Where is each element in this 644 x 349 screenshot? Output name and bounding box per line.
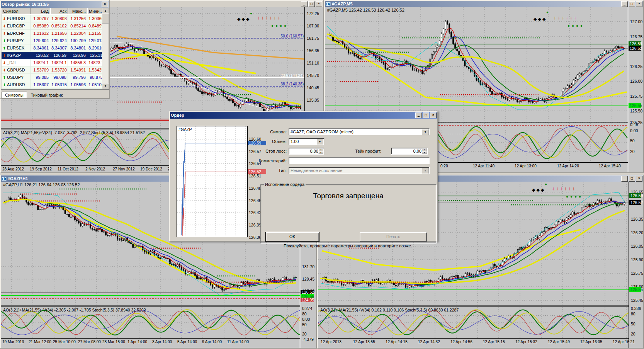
market-watch-window[interactable]: Обзор рынка: 16:31:55 × СимволБидАскМакс… [0,0,110,99]
table-row-eurgbp[interactable]: ⬇EURGBP0.850890.851020.852140.84895 [2,22,102,30]
price-badge-red: 124.95 [301,298,314,302]
up-arrow-icon: ⬆ [3,74,7,81]
value-cell: 1.21557 [87,30,102,37]
indicator-label: AO(3,21)+MA(21,55)+V(34) -2.305 -2.007 -… [3,308,146,312]
market-watch-scrollbar[interactable]: ▲ ▼ [102,8,108,90]
value-cell: 8.34061 [31,44,50,52]
column-header[interactable]: Аск [50,8,68,14]
diamond-marks-icon: ◆◆◆ [237,17,250,21]
chevron-down-icon[interactable]: ▼ [422,129,429,135]
tab-symbols[interactable]: Символы [2,92,27,98]
value-cell: 99.098 [50,74,68,81]
market-watch-titlebar[interactable]: Обзор рынка: 16:31:55 × [1,1,109,8]
volume-field-label: Объем: [272,138,287,145]
value-cell: 1.30797 [31,15,50,22]
table-row-gazp[interactable]: ⬇#GAZP126.52126.59126.96125.31 [2,52,102,59]
minimize-icon[interactable]: _ [301,1,308,7]
close-icon[interactable]: × [636,176,642,182]
fib-level-label: 50.0 (160.57) [281,34,304,38]
execution-message: Торговля запрещена [261,192,436,200]
time-axis-label: 12 Apr 14:15 [386,340,408,344]
table-row-gbpusd[interactable]: ⬇GBPUSD1.537091.537201.540911.53435 [2,66,102,74]
market-watch-table[interactable]: СимволБидАскМакс...Мини...⬇EURUSD1.30797… [2,8,102,90]
time-axis-label: 5 Apr 14:00 [177,340,197,344]
time-axis[interactable]: 12 Apr 201312 Apr 13:5512 Apr 14:1512 Ap… [318,338,629,347]
maximize-icon[interactable]: □ [629,176,635,182]
chevron-down-icon[interactable]: ▼ [316,139,323,145]
comment-input[interactable] [289,157,430,164]
volume-select[interactable]: 1.00▼ [289,138,324,145]
stop-loss-stepper[interactable]: ▲▼ [318,148,323,154]
tick-scale-label: 126.42 [249,210,261,215]
stop-loss-input[interactable]: ▲▼ [289,148,324,155]
value-cell: 14858.3 [68,59,87,66]
maximize-icon[interactable]: □ [423,112,429,118]
sell-arrow-icons: ↓↓↓↓↓↓ [554,15,578,20]
table-row-eurjpy[interactable]: ⬆EURJPY129.604129.624130.799129.013 [2,37,102,44]
sell-arrow-icons: ↓↓↓↓↓↓ [552,186,576,191]
value-cell: 1.21632 [31,30,50,37]
price-scale-label: 161.75 [307,36,319,41]
indicator-scale-label: 0.00 [630,128,638,133]
time-axis-label: 9 Apr 14:00 [202,340,222,344]
table-row-eursek[interactable]: ⬆EURSEK8.340618.343078.348018.29610 [2,44,102,52]
value-cell: 129.604 [31,37,50,44]
minimize-icon[interactable]: _ [621,1,628,7]
table-row-audusd[interactable]: ⬆AUDUSD1.053071.053151.055961.05109 [2,81,102,89]
close-icon[interactable]: × [102,2,108,7]
value-cell: 1.53435 [87,66,102,74]
value-cell: 8.34307 [50,44,68,52]
execution-groupbox: Исполнение ордера Торговля запрещена OK … [260,184,436,243]
symbol-cell: ⬇EURCHF [2,30,31,37]
time-axis[interactable]: 19 Mar 201321 Mar 12:0025 Mar 10:0027 Ma… [1,338,300,347]
print-button: Печать [360,232,427,242]
scroll-down-icon[interactable]: ▼ [102,83,109,90]
price-scale-label: 125.45 [631,298,643,303]
maximize-icon[interactable]: □ [308,1,315,7]
table-row-eurusd[interactable]: ⬇EURUSD1.307971.308081.312561.30366 [2,15,102,22]
minimize-icon[interactable]: _ [621,176,628,182]
signal-dot-icon: ● [546,10,551,14]
ok-button[interactable]: OK [266,232,319,242]
price-scale[interactable]: 127.00126.75126.25126.00125.75125.50125.… [628,7,642,172]
close-icon[interactable]: × [316,1,322,7]
take-profit-stepper[interactable]: ▲▼ [422,148,427,154]
price-scale[interactable]: 126.65126.35126.20126.05125.90125.75125.… [629,182,642,348]
fib-level-label: 38.2 (140.38) [281,82,304,86]
value-cell: 1.05307 [31,81,50,89]
indicator-scale-label: 20 [302,332,307,336]
dot-marks-icon: ●●●● [566,195,583,199]
order-dialog-titlebar[interactable]: Ордер _ □ × [170,112,437,119]
window-titlebar[interactable]: #GAZP,M5_□× [325,1,643,7]
table-row-eurchf[interactable]: ⬇EURCHF1.216321.216561.220041.21557 [2,30,102,37]
price-badge-black: 126.52 [629,46,641,51]
execution-group-label: Исполнение ордера [264,182,306,187]
take-profit-input[interactable]: ▲▼ [391,148,428,155]
chart-icon [326,2,331,6]
close-icon[interactable]: × [636,1,642,7]
close-icon[interactable]: × [430,112,437,118]
time-axis-label: 12 Apr 14:56 [450,340,472,344]
column-header[interactable]: Символ [2,8,31,14]
symbol-cell: ⬆EURJPY [2,37,31,44]
spin-down-icon: ▼ [422,151,427,154]
symbol-select[interactable]: #GAZP, OAO GAZPROM (micex)▼ [289,128,430,135]
time-axis-label: 1 Apr 14:00 [127,340,147,344]
column-header[interactable]: Макс... [68,8,87,14]
down-arrow-icon: ⬇ [3,15,7,22]
time-axis-label: 12 Apr 13:00 [515,164,537,168]
price-scale-label: 129.45 [302,277,314,281]
dialog-status-note: Пожалуйста, проверьте параметры операции… [260,243,435,248]
table-row-usdjpy[interactable]: ⬆USDJPY99.08599.09899.79698.875 [2,74,102,81]
minimize-icon[interactable]: _ [415,112,422,118]
symbol-cell: ⬇EURUSD [2,15,31,22]
table-row-_dji[interactable]: ⬇_DJI14824.114824.114858.314823.1 [2,59,102,66]
column-header[interactable]: Бид [31,8,50,14]
indicator-scale-label: 80 [302,312,307,316]
column-header[interactable]: Мини... [87,8,102,14]
scrollbar-thumb[interactable] [102,14,109,24]
tab-tick-chart[interactable]: Тиковый график [28,92,66,98]
order-dialog[interactable]: Ордер _ □ × #GAZP 126.60126.57126.54126.… [169,111,438,242]
maximize-icon[interactable]: □ [629,1,635,7]
diamond-marks-icon: ◆◆◆ [534,17,547,21]
